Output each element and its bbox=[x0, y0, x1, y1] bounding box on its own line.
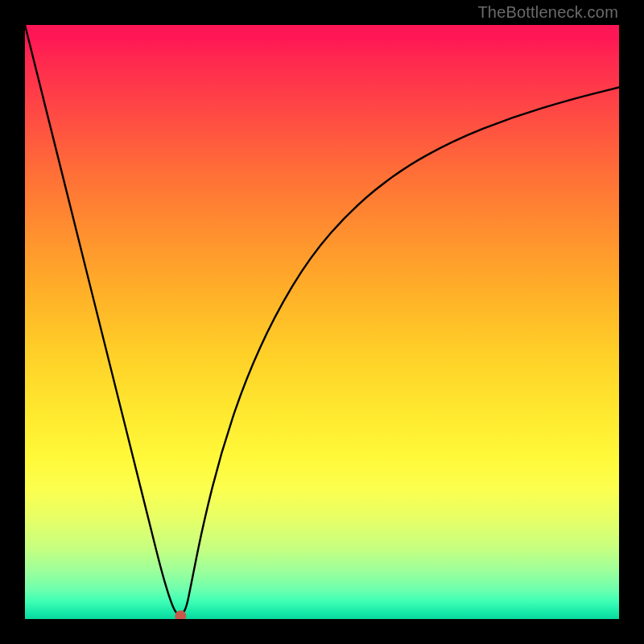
chart-overlay bbox=[25, 25, 619, 619]
watermark-label: TheBottleneck.com bbox=[477, 3, 618, 22]
bottleneck-curve bbox=[25, 25, 619, 614]
